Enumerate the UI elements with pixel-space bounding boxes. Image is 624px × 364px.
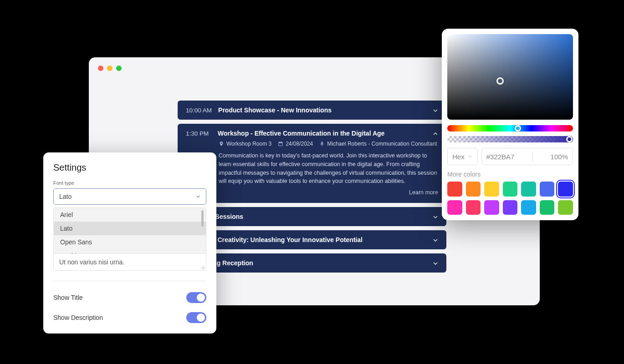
show-description-label: Show Description [53,314,103,321]
font-type-label: Font type [53,180,206,186]
agenda-room: Workshop Room 3 [226,141,271,147]
font-options-dropdown: Ariel Lato Open Sans David Ut non varius… [53,207,206,271]
agenda-item-expanded[interactable]: 1:30 PM Workshop - Effective Communicati… [178,124,446,203]
agenda-date: 24/08/2024 [286,141,313,147]
agenda-time: 10:00 AM [186,107,212,114]
color-swatch[interactable] [484,182,499,197]
resize-handle-icon[interactable] [199,264,205,269]
chevron-down-icon[interactable] [432,237,439,244]
show-title-label: Show Title [53,294,83,301]
font-option[interactable]: Open Sans [54,235,206,249]
color-swatch[interactable] [447,200,462,215]
chevron-down-icon[interactable] [432,107,439,114]
color-swatch[interactable] [521,200,536,215]
agenda-item[interactable]: The Art of Creativity: Unleashing Your I… [178,230,446,249]
color-value-input[interactable]: #322BA7 100% [481,148,573,165]
microphone-icon [319,141,325,147]
agenda-speaker: Michael Roberts - Communication Consulta… [327,141,437,147]
color-swatch[interactable] [466,182,481,197]
chevron-down-icon [195,193,201,200]
chevron-up-icon[interactable] [432,130,439,137]
more-colors-label: More colors [447,171,573,178]
divider [53,281,206,281]
color-format-select[interactable]: Hex [447,148,478,165]
color-swatch[interactable] [521,182,536,197]
agenda-item[interactable]: 10:00 AM Product Showcase - New Innovati… [178,101,446,120]
show-title-toggle[interactable] [186,292,206,303]
color-swatch[interactable] [558,182,573,197]
location-pin-icon [219,141,224,147]
color-format-value: Hex [452,153,465,161]
hue-slider[interactable] [447,125,573,131]
alpha-slider[interactable] [447,136,573,142]
agenda-list: 10:00 AM Product Showcase - New Innovati… [178,101,446,273]
color-swatch[interactable] [447,182,462,197]
color-swatch[interactable] [558,200,573,215]
textarea-value: Ut non varius nisi urna. [59,258,124,266]
saturation-panel[interactable] [447,34,573,120]
dropdown-scrollbar[interactable] [201,210,204,227]
learn-more-link[interactable]: Learn more [186,189,438,196]
agenda-title: Product Showcase - New Innovations [218,106,332,114]
calendar-icon [278,141,283,147]
separator [532,152,533,161]
color-swatch[interactable] [503,200,518,215]
font-type-select[interactable]: Lato [53,188,206,205]
window-maximize-button[interactable] [116,66,122,71]
chevron-down-icon[interactable] [432,213,439,221]
saturation-indicator[interactable] [496,77,504,85]
hue-indicator[interactable] [515,125,521,131]
color-picker-panel: Hex #322BA7 100% More colors [442,29,578,220]
window-controls [98,66,122,71]
window-close-button[interactable] [98,66,103,71]
settings-title: Settings [53,162,206,173]
font-option[interactable]: Lato [54,222,206,235]
color-swatch[interactable] [484,200,499,215]
show-description-row: Show Description [53,308,206,328]
alpha-indicator[interactable] [566,136,573,142]
hex-value: #322BA7 [486,153,515,161]
agenda-item[interactable]: Networking Reception [178,253,446,273]
font-type-value: Lato [59,193,72,200]
font-option[interactable]: David [54,249,206,253]
chevron-down-icon [467,154,473,159]
textarea-field[interactable]: Ut non varius nisi urna. [54,253,206,270]
window-minimize-button[interactable] [107,66,113,71]
color-swatch[interactable] [503,182,518,197]
agenda-description: Communication is key in today's fast-pac… [219,152,438,186]
font-option[interactable]: Ariel [54,208,206,222]
settings-panel: Settings Font type Lato Ariel Lato Open … [43,152,216,334]
agenda-item[interactable]: Breakout Sessions [178,207,446,226]
agenda-meta: Workshop Room 3 24/08/2024 Michael Rober… [219,141,438,147]
color-swatches [447,182,573,215]
chevron-down-icon[interactable] [432,260,439,267]
show-title-row: Show Title [53,288,206,308]
color-swatch[interactable] [540,200,555,215]
color-swatch[interactable] [540,182,555,197]
alpha-value: 100% [551,153,568,161]
show-description-toggle[interactable] [186,312,206,323]
agenda-time: 1:30 PM [186,130,211,137]
agenda-title: Workshop - Effective Communication in th… [218,130,384,137]
color-swatch[interactable] [466,200,481,215]
